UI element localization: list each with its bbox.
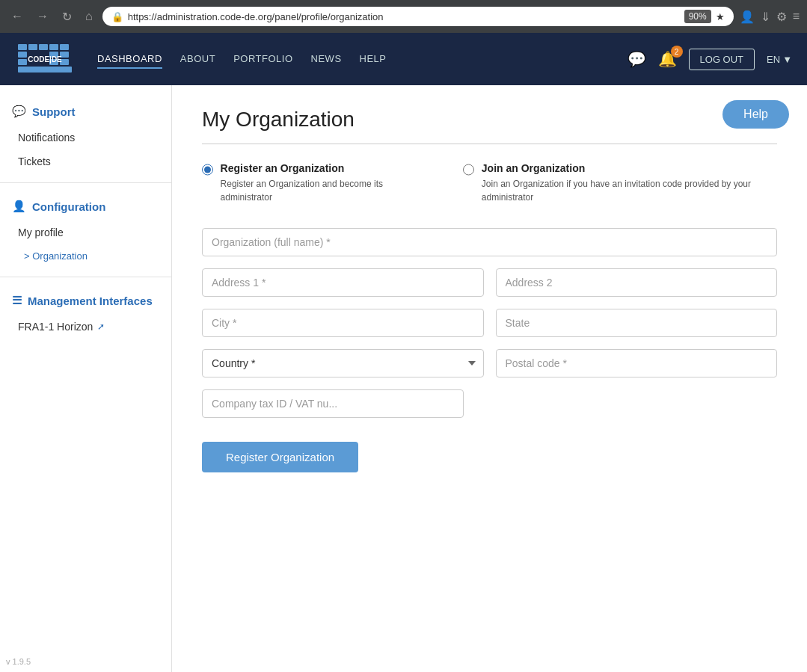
join-option: Join an Organization Join an Organizatio… xyxy=(463,162,777,204)
home-button[interactable]: ⌂ xyxy=(82,8,96,25)
page-title: My Organization xyxy=(202,108,777,132)
tax-row xyxy=(202,389,777,418)
address-row xyxy=(202,268,777,297)
sidebar-divider-1 xyxy=(0,182,171,183)
address1-field xyxy=(202,268,484,297)
register-option: Register an Organization Register an Org… xyxy=(202,162,418,204)
logo-svg: CODE|DE xyxy=(15,41,75,77)
configuration-section-title: 👤 Configuration xyxy=(0,192,171,221)
submit-row: Register Organization xyxy=(202,430,777,472)
nav-news[interactable]: NEWS xyxy=(311,50,342,69)
navbar-links: DASHBOARD ABOUT PORTFOLIO NEWS HELP xyxy=(97,50,605,69)
postal-field xyxy=(496,349,778,377)
sidebar-divider-2 xyxy=(0,277,171,277)
management-section-title: ☰ Management Interfaces xyxy=(0,286,171,315)
tax-input[interactable] xyxy=(202,389,464,418)
support-icon: 💬 xyxy=(12,105,26,118)
profile-icon[interactable]: 👤 xyxy=(740,10,755,24)
country-select[interactable]: Country * xyxy=(202,349,484,377)
extensions-icon[interactable]: ⚙ xyxy=(776,10,787,24)
org-name-row xyxy=(202,228,777,256)
state-input[interactable] xyxy=(496,309,778,337)
main-content: Help My Organization Register an Organiz… xyxy=(172,85,807,672)
forward-button[interactable]: → xyxy=(33,8,52,25)
svg-rect-12 xyxy=(18,67,72,73)
download-icon[interactable]: ⇓ xyxy=(761,10,770,24)
chevron-down-icon: ▼ xyxy=(782,54,792,65)
management-title-label: Management Interfaces xyxy=(28,295,153,307)
svg-rect-2 xyxy=(28,44,37,50)
svg-rect-9 xyxy=(18,59,27,65)
notification-button[interactable]: 🔔 2 xyxy=(658,50,677,68)
help-button[interactable]: Help xyxy=(722,100,789,129)
nav-portfolio[interactable]: PORTFOLIO xyxy=(233,50,292,69)
lang-label: EN xyxy=(767,54,780,65)
svg-rect-6 xyxy=(18,52,27,58)
register-org-button[interactable]: Register Organization xyxy=(202,442,358,472)
sidebar-item-my-profile[interactable]: My profile xyxy=(0,221,171,244)
logout-button[interactable]: LOG OUT xyxy=(689,49,755,70)
refresh-button[interactable]: ↻ xyxy=(58,8,76,25)
svg-rect-5 xyxy=(60,44,69,50)
browser-chrome: ← → ↻ ⌂ 🔒 90% ★ 👤 ⇓ ⚙ ≡ xyxy=(0,0,807,33)
country-field: Country * xyxy=(202,349,484,377)
city-input[interactable] xyxy=(202,309,484,337)
back-button[interactable]: ← xyxy=(7,8,27,25)
join-option-desc: Join an Organization if you have an invi… xyxy=(482,177,777,204)
postal-input[interactable] xyxy=(496,349,778,377)
address-bar: 🔒 90% ★ xyxy=(102,7,734,26)
browser-icons: 👤 ⇓ ⚙ ≡ xyxy=(740,10,800,24)
city-state-row xyxy=(202,309,777,337)
fra-label: FRA1-1 Horizon xyxy=(18,321,93,333)
sidebar-item-fra[interactable]: FRA1-1 Horizon ➚ xyxy=(0,315,171,339)
svg-rect-1 xyxy=(18,44,27,50)
address1-input[interactable] xyxy=(202,268,484,297)
zoom-level: 90% xyxy=(684,10,711,23)
version-label: v 1.9.5 xyxy=(6,657,31,666)
nav-help[interactable]: HELP xyxy=(360,50,387,69)
sidebar-item-tickets[interactable]: Tickets xyxy=(0,149,171,173)
management-icon: ☰ xyxy=(12,294,22,307)
notification-badge: 2 xyxy=(671,46,683,58)
join-option-title: Join an Organization xyxy=(482,162,777,174)
svg-text:CODE|DE: CODE|DE xyxy=(28,55,62,64)
join-radio[interactable] xyxy=(463,164,474,176)
registration-options: Register an Organization Register an Org… xyxy=(202,162,777,204)
logo: CODE|DE xyxy=(15,41,75,77)
navbar-right: 💬 🔔 2 LOG OUT EN ▼ xyxy=(628,49,792,70)
state-field xyxy=(496,309,778,337)
security-icon: 🔒 xyxy=(111,11,123,22)
sidebar-item-notifications[interactable]: Notifications xyxy=(0,126,171,149)
title-divider xyxy=(202,144,777,144)
address2-field xyxy=(496,268,778,297)
navbar: CODE|DE DASHBOARD ABOUT PORTFOLIO NEWS H… xyxy=(0,33,807,85)
nav-about[interactable]: ABOUT xyxy=(180,50,215,69)
register-option-title: Register an Organization xyxy=(221,162,419,174)
svg-rect-4 xyxy=(49,44,58,50)
tax-field xyxy=(202,389,464,418)
support-section-title: 💬 Support xyxy=(0,97,171,126)
external-link-icon: ➚ xyxy=(97,321,105,332)
main-layout: 💬 Support Notifications Tickets 👤 Config… xyxy=(0,85,807,672)
svg-rect-3 xyxy=(39,44,48,50)
bookmark-icon[interactable]: ★ xyxy=(716,11,725,22)
register-option-desc: Register an Organization and become its … xyxy=(221,177,419,204)
configuration-title-label: Configuration xyxy=(32,200,105,213)
config-icon: 👤 xyxy=(12,200,26,213)
org-name-input[interactable] xyxy=(202,228,777,256)
url-input[interactable] xyxy=(128,11,680,22)
menu-icon[interactable]: ≡ xyxy=(793,10,800,24)
address2-input[interactable] xyxy=(496,268,778,297)
language-button[interactable]: EN ▼ xyxy=(767,54,792,65)
support-title-label: Support xyxy=(32,105,76,118)
chat-button[interactable]: 💬 xyxy=(628,50,646,68)
sidebar-item-organization[interactable]: Organization xyxy=(0,244,171,268)
sidebar: 💬 Support Notifications Tickets 👤 Config… xyxy=(0,85,172,672)
org-name-field xyxy=(202,228,777,256)
register-radio[interactable] xyxy=(202,164,213,176)
city-field xyxy=(202,309,484,337)
nav-dashboard[interactable]: DASHBOARD xyxy=(97,50,162,69)
country-postal-row: Country * xyxy=(202,349,777,377)
